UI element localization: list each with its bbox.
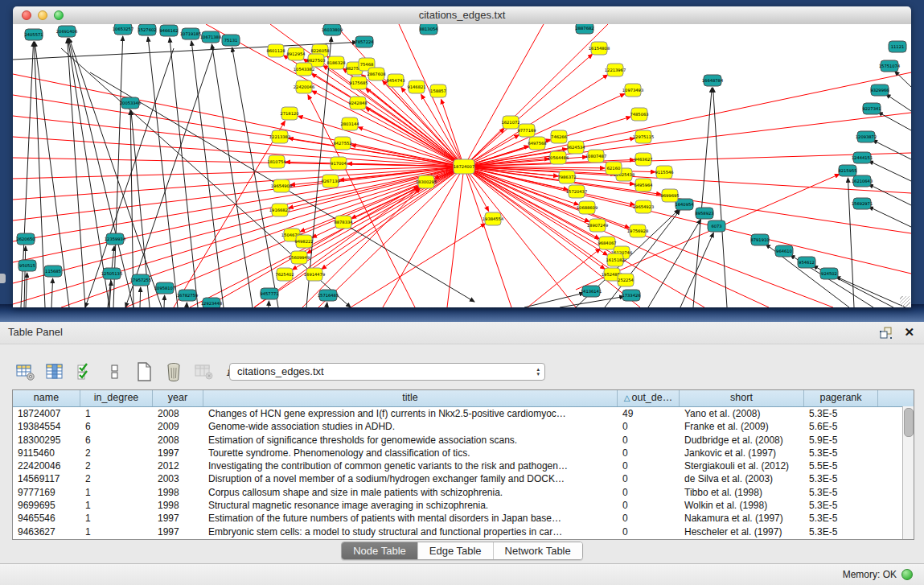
graph-node[interactable]: 12359934 <box>105 233 126 245</box>
table-cell[interactable]: 5.3E-5 <box>804 486 878 499</box>
table-cell[interactable]: 0 <box>618 447 680 459</box>
table-row[interactable]: 911546021997Tourette syndrome. Phenomeno… <box>13 447 914 459</box>
table-cell[interactable]: 5.3E-5 <box>804 525 878 538</box>
table-cell[interactable]: 2003 <box>153 472 203 485</box>
table-cell[interactable]: Embryonic stem cells: a model to study s… <box>203 525 618 538</box>
table-row[interactable]: 969969511998Structural magnetic resonanc… <box>13 499 914 512</box>
graph-node[interactable]: 8813054 <box>419 24 438 35</box>
graph-node[interactable]: 20053346 <box>120 97 141 109</box>
column-header-title[interactable]: title <box>203 390 618 406</box>
column-header-out_de[interactable]: △out_de… <box>618 390 680 406</box>
graph-node[interactable]: 16210643 <box>852 175 873 187</box>
graph-node[interactable]: 15692971 <box>852 198 873 209</box>
graph-node[interactable]: 9498222 <box>294 235 313 248</box>
table-cell[interactable]: Franke et al. (2009) <box>680 420 804 433</box>
table-selector[interactable]: citations_edges.txt ▴▾ <box>229 363 545 381</box>
table-cell[interactable]: 0 <box>618 420 680 433</box>
table-cell[interactable]: 49 <box>618 407 680 420</box>
table-cell[interactable]: 0 <box>618 459 680 472</box>
table-cell[interactable]: de Silva et al. (2003) <box>680 472 804 485</box>
table-cell[interactable]: 2009 <box>153 420 203 433</box>
graph-node[interactable]: 924502 <box>820 268 838 279</box>
table-row[interactable]: 946554611997Estimation of the future num… <box>13 512 914 525</box>
table-vertical-scrollbar[interactable] <box>902 406 914 539</box>
graph-node[interactable]: 16914479 <box>304 268 325 281</box>
close-panel-icon[interactable]: ✕ <box>904 325 914 340</box>
graph-node[interactable]: 18300295 <box>416 175 437 188</box>
graph-node[interactable]: 17957255 <box>130 274 151 286</box>
graph-node[interactable]: 8791910 <box>750 234 769 245</box>
column-header-pagerank[interactable]: pagerank <box>804 390 878 406</box>
table-cell[interactable]: 5.3E-5 <box>804 472 878 485</box>
graph-node[interactable]: 10807487 <box>585 150 606 163</box>
graph-node[interactable]: 9466162 <box>159 25 178 36</box>
table-cell[interactable]: Estimation of the future numbers of pati… <box>203 512 618 525</box>
tab-node-table[interactable]: Node Table <box>342 542 417 559</box>
table-cell[interactable]: Wolkin et al. (1998) <box>680 499 804 512</box>
graph-node[interactable]: 9463627 <box>634 153 652 166</box>
table-cell[interactable]: 5.9E-5 <box>804 434 878 447</box>
clear-selection-icon[interactable] <box>104 361 125 382</box>
table-cell[interactable]: Yano et al. (2008) <box>680 407 804 420</box>
table-cell[interactable]: 2008 <box>153 407 203 420</box>
table-cell[interactable]: Genome-wide association studies in ADHD. <box>203 420 618 433</box>
graph-node[interactable]: 12975115 <box>633 130 654 143</box>
graph-node[interactable]: 954612 <box>798 257 815 268</box>
graph-node[interactable]: 15716485 <box>318 290 339 301</box>
table-cell[interactable]: Nakamura et al. (1997) <box>680 512 804 525</box>
column-header-year[interactable]: year <box>153 390 203 406</box>
table-cell[interactable]: 0 <box>618 472 680 485</box>
table-cell[interactable]: 2012 <box>153 459 203 472</box>
table-cell[interactable]: 6 <box>80 434 153 447</box>
graph-node[interactable]: 917004 <box>331 157 347 170</box>
table-cell[interactable]: Tourette syndrome. Phenomenology and cla… <box>203 447 618 459</box>
table-cell[interactable]: 5.3E-5 <box>804 407 878 420</box>
graph-node[interactable]: 9242848 <box>348 97 367 109</box>
graph-node[interactable]: 964610 <box>775 245 793 257</box>
graph-node[interactable]: 1527602 <box>138 24 156 35</box>
graph-node[interactable]: 8878334 <box>334 216 353 229</box>
table-cell[interactable]: 19384554 <box>13 420 80 433</box>
graph-node[interactable]: 12213383 <box>269 130 290 143</box>
select-all-icon[interactable] <box>74 361 95 382</box>
table-cell[interactable]: Jankovic et al. (1997) <box>680 447 804 459</box>
table-cell[interactable]: 14569117 <box>13 472 80 485</box>
table-cell[interactable]: Tibbo et al. (1998) <box>680 486 804 499</box>
graph-node[interactable]: 19166827 <box>269 204 290 216</box>
graph-node[interactable]: 20564486 <box>548 151 569 164</box>
graph-node[interactable]: 2867608 <box>367 68 385 80</box>
graph-node[interactable]: 6495964 <box>634 179 653 192</box>
graph-node[interactable]: 19756928 <box>627 225 648 237</box>
table-cell[interactable]: 5.3E-5 <box>804 512 878 525</box>
graph-node[interactable]: 10688609 <box>577 201 598 214</box>
table-cell[interactable]: 9463627 <box>13 525 80 538</box>
graph-node[interactable]: 62160 <box>606 162 622 175</box>
graph-node[interactable]: 8186328 <box>326 56 345 69</box>
graph-node[interactable]: 20691406 <box>56 26 77 37</box>
column-header-short[interactable]: short <box>680 390 804 406</box>
new-column-icon[interactable] <box>133 361 154 382</box>
table-options-icon[interactable] <box>14 361 35 382</box>
graph-node[interactable]: 1640954 <box>675 199 694 210</box>
graph-node[interactable]: 16154808 <box>589 42 610 55</box>
graph-node[interactable]: 9146821 <box>407 80 425 93</box>
table-cell[interactable]: 9465546 <box>13 512 80 525</box>
table-cell[interactable]: 2 <box>80 459 153 472</box>
graph-node[interactable]: 14136141 <box>581 286 602 297</box>
float-panel-icon[interactable] <box>878 325 893 340</box>
graph-node[interactable]: 1615182 <box>606 253 624 266</box>
table-row[interactable]: 1938455462009Genome-wide association stu… <box>13 420 914 433</box>
window-titlebar[interactable]: citations_edges.txt <box>13 6 911 25</box>
graph-node[interactable]: 10543382 <box>294 63 314 76</box>
table-cell[interactable]: 1 <box>80 407 153 420</box>
table-cell[interactable]: 1998 <box>153 499 203 512</box>
graph-node[interactable]: 1810754 <box>267 155 286 168</box>
graph-node[interactable]: 11121 <box>889 41 906 52</box>
graph-node[interactable]: 2405571 <box>24 29 43 40</box>
resize-grip[interactable] <box>900 296 910 307</box>
table-cell[interactable]: 18724007 <box>13 407 80 420</box>
table-cell[interactable]: 22420046 <box>13 459 80 472</box>
table-cell[interactable]: 1 <box>80 512 153 525</box>
table-row[interactable]: 1830029562008Estimation of significance … <box>13 434 914 447</box>
graph-node[interactable]: 12444151 <box>852 152 873 163</box>
